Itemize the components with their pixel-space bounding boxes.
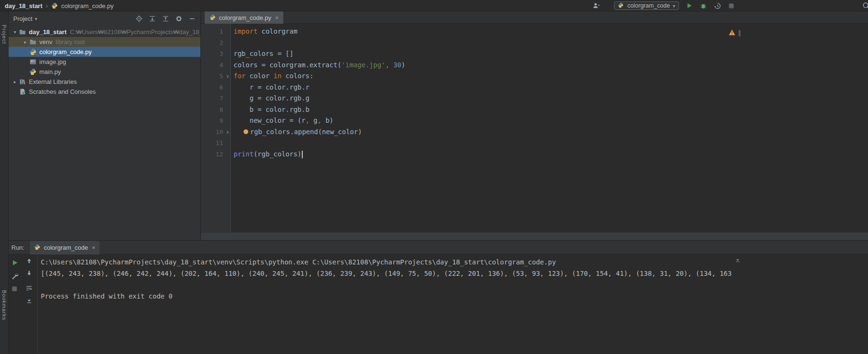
debug-button[interactable] [700,2,707,9]
hide-panel-button[interactable] [189,15,196,22]
line-number[interactable]: 4 [201,60,231,71]
folder-icon [19,28,26,36]
breadcrumb-file[interactable]: colorgram_code.py [61,2,114,9]
inspections-widget[interactable] [729,29,741,37]
breadcrumb-project[interactable]: day_18_start [5,2,43,9]
locate-file-button[interactable] [136,15,143,22]
code-line-7: 7 g = color.rgb.g [201,93,868,104]
code-token: (rgb_colors) [253,150,301,158]
fold-open-icon[interactable]: ∨ [225,71,231,82]
user-icon[interactable] [592,2,600,9]
console-line: Process finished with exit code 0 [41,290,868,302]
line-number[interactable]: 9 [201,115,231,127]
stripe-bookmarks-button[interactable]: Bookmarks [1,290,7,320]
scroll-down-icon[interactable] [734,256,741,265]
yellow-dot-marker[interactable] [244,129,248,134]
code-token: 30 [393,61,401,69]
code-token: g [309,117,317,124]
scroll-to-end-icon[interactable] [26,297,34,305]
code-line-4: 4colors = colorgram.extract('image.jpg',… [201,60,868,71]
stripe-project-button[interactable]: Project [1,25,7,44]
line-number[interactable]: 1 [201,26,231,37]
tree-item-label: main.py [39,68,61,75]
close-icon[interactable]: × [275,14,279,21]
tree-item-colorgram-code-py[interactable]: colorgram_code.py [9,47,200,57]
tree-item-label: image.jpg [39,58,66,65]
tree-item-image-jpg[interactable]: image.jpg [9,57,200,67]
soft-wrap-icon[interactable] [26,285,34,293]
code-token: colors = colorgram.extract( [234,61,342,69]
code-line-2: 2 [201,37,868,49]
warning-triangle-icon [729,29,735,37]
code-token: rgb_colors.append(new_color) [250,128,362,136]
down-arrow-icon[interactable] [26,270,34,278]
line-number[interactable]: 2 [201,37,231,49]
tree-item-venv[interactable]: ▸venvlibrary root [9,37,200,47]
titlebar: day_18_start › colorgram_code.py colorgr… [0,0,868,11]
code-text: colors = colorgram.extract('image.jpg', … [231,60,405,71]
chevron-down-icon[interactable]: ▾ [11,29,19,35]
run-tab-label: colorgram_code [44,244,88,251]
scrollbar-thumb[interactable] [739,30,741,36]
stop-button[interactable] [11,286,19,294]
line-number[interactable]: 7 [201,93,231,104]
code-text: b = color.rgb.b [231,104,309,116]
scratches-icon [19,88,26,95]
wrench-icon[interactable] [11,272,19,281]
rerun-button[interactable] [11,259,19,267]
code-text: rgb_colors.append(new_color) [231,127,362,138]
run-tool-window: Run: colorgram_code × [9,240,868,354]
code-token: color [245,72,273,80]
editor-tab-bar: colorgram_code.py × [201,11,868,24]
chevron-right-icon[interactable]: ▸ [21,39,29,45]
fold-end-icon[interactable]: ∧ [225,127,231,138]
code-token [389,61,393,69]
run-panel-header: Run: colorgram_code × [9,241,868,254]
editor-tab-colorgram-code[interactable]: colorgram_code.py × [205,11,283,24]
chevron-right-icon[interactable]: ▸ [11,79,19,84]
run-tab-colorgram-code[interactable]: colorgram_code × [30,241,99,254]
gear-icon[interactable] [175,15,182,22]
code-token [234,128,242,136]
console-output[interactable]: C:\Users\82108\PycharmProjects\day_18_st… [41,256,868,302]
tree-item-label: colorgram_code.py [39,48,92,55]
tree-item-label: venv [39,38,52,45]
stop-button[interactable] [728,3,734,9]
tree-item-label: Scratches and Consoles [29,88,96,95]
tree-item-scratches-and-consoles[interactable]: Scratches and Consoles [9,87,200,97]
code-line-11: 11 [201,137,868,149]
folder-icon [29,38,36,45]
code-text: rgb_colors = [] [231,48,293,60]
close-icon[interactable]: × [92,244,96,251]
project-panel-title: Project [13,15,32,22]
run-button[interactable] [686,2,693,9]
expand-all-button[interactable] [149,15,156,22]
code-token: for [234,72,245,80]
up-arrow-icon[interactable] [26,257,34,265]
code-text: print(rgb_colors) [231,149,303,160]
code-text [231,37,234,49]
project-view-selector[interactable]: Project ▾ [13,15,37,22]
line-number[interactable]: 12 [201,149,231,160]
collapse-all-button[interactable] [162,15,169,22]
line-number[interactable]: 3 [201,48,231,60]
code-token: b) [321,117,333,124]
code-line-9: 9 new_color = (r, g, b) [201,115,868,127]
line-number[interactable]: 6 [201,82,231,93]
line-number[interactable]: 11 [201,137,231,149]
tree-item-day-18-start[interactable]: ▾day_18_startC:₩Users₩82108₩PycharmProje… [9,27,200,37]
code-viewport: 1import colorgram23rgb_colors = []4color… [201,26,868,160]
search-icon[interactable] [862,1,868,12]
run-config-selector[interactable]: colorgram_code ▾ [614,1,679,10]
editor-run-splitter[interactable] [201,232,868,240]
tree-item-hint: C:₩Users₩82108₩PycharmProjects₩day_18_st… [70,28,201,36]
line-number[interactable]: 8 [201,104,231,116]
tree-item-main-py[interactable]: main.py [9,67,200,77]
python-icon [618,2,624,9]
tree-item-external-libraries[interactable]: ▸External Libraries [9,77,200,87]
editor-tab-label: colorgram_code.py [219,14,271,21]
code-token: in [273,72,281,80]
profiler-button[interactable] [714,2,721,9]
editor-body[interactable]: 1import colorgram23rgb_colors = []4color… [201,24,868,232]
editor-area: colorgram_code.py × 1import colorgram23r… [201,11,868,232]
